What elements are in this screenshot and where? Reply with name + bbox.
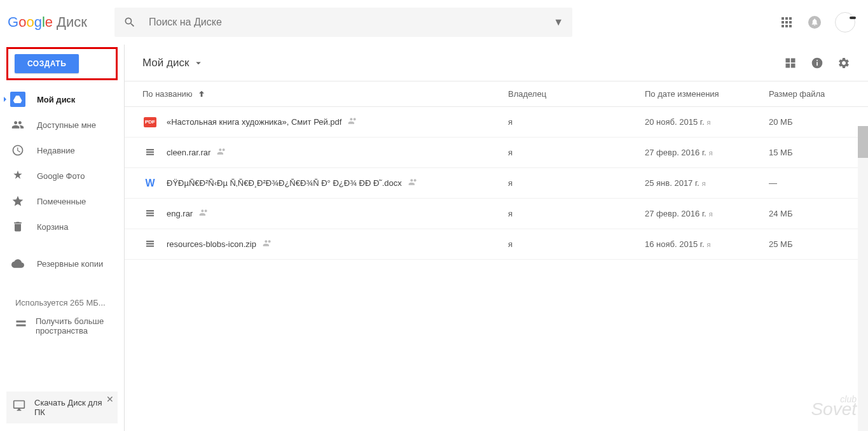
file-owner: я [508,209,645,218]
sidebar-item-shared[interactable]: Доступные мне [0,112,124,138]
file-name: ÐŸÐµÑ€Ð²Ñ‹Ðµ Ñ‚Ñ€Ð¸Ð²Ð¾Ð¿Ñ€Ð¾Ñ Ð° Ð¿Ð¾ Ð… [167,178,402,188]
create-button[interactable]: СОЗДАТЬ [15,54,79,73]
pdf-icon: PDF [142,115,158,130]
archive-icon [142,206,158,222]
sidebar: СОЗДАТЬ Мой диск Доступные мне Недавние … [0,45,124,431]
file-modified: 20 нояб. 2015 г.я [645,117,769,127]
product-name: Диск [57,14,87,31]
file-modified: 16 нояб. 2015 г.я [645,239,769,249]
storage-usage: Используется 265 МБ... [0,289,124,313]
cloud-icon [10,256,25,271]
upgrade-storage[interactable]: Получить больше пространства [0,313,124,339]
clock-icon [10,143,25,158]
breadcrumb-label: Мой диск [142,57,189,69]
col-header-owner[interactable]: Владелец [508,89,645,99]
file-size: — [769,178,850,188]
nav-list: Мой диск Доступные мне Недавние Google Ф… [0,87,124,276]
search-bar[interactable]: ▼ [114,8,572,37]
toolbar: Мой диск [125,45,868,81]
col-header-modified[interactable]: По дате изменения [645,89,769,99]
download-label: Скачать Диск для ПК [34,398,111,417]
table-row[interactable]: WÐŸÐµÑ€Ð²Ñ‹Ðµ Ñ‚Ñ€Ð¸Ð²Ð¾Ð¿Ñ€Ð¾Ñ Ð° Ð¿Ð¾ … [125,168,868,199]
header: Google Диск ▼ [0,0,868,45]
col-header-name[interactable]: По названию [142,89,508,99]
storage-icon [15,318,27,329]
file-size: 24 МБ [769,209,850,218]
apps-icon[interactable] [779,15,794,30]
bell-icon[interactable] [807,15,822,30]
svg-rect-2 [816,62,818,66]
sidebar-item-trash[interactable]: Корзина [0,214,124,239]
sidebar-item-label: Доступные мне [37,120,96,130]
file-size: 25 МБ [769,239,850,249]
sidebar-item-label: Google Фото [37,171,85,181]
grid-view-icon[interactable] [784,57,797,69]
shared-icon [217,146,227,159]
avatar[interactable] [835,12,855,32]
sidebar-item-my-drive[interactable]: Мой диск [0,87,124,112]
file-modified: 27 февр. 2016 г.я [645,209,769,218]
logo[interactable]: Google Диск [8,14,114,31]
info-icon[interactable] [811,57,823,69]
chevron-down-icon [193,57,204,69]
gear-icon[interactable] [837,57,850,69]
archive-icon [142,237,158,252]
shared-icon [408,177,418,189]
drive-icon [10,92,25,107]
desktop-icon [13,399,25,412]
sidebar-item-label: Недавние [37,146,75,155]
file-owner: я [508,117,645,127]
col-header-size[interactable]: Размер файла [769,89,850,99]
sidebar-item-backups[interactable]: Резервные копии [0,251,124,276]
shared-icon [263,238,273,250]
sidebar-item-label: Мой диск [37,95,75,104]
file-name: resources-blobs-icon.zip [167,239,256,249]
sidebar-item-starred[interactable]: Помеченные [0,188,124,214]
sidebar-item-photos[interactable]: Google Фото [0,163,124,188]
search-icon [123,16,136,29]
upgrade-label: Получить больше пространства [36,316,109,336]
table-row[interactable]: cleen.rar.rar я 27 февр. 2016 г.я 15 МБ [125,138,868,168]
table-row[interactable]: PDF«Настольная книга художника», Смит Ре… [125,107,868,138]
file-size: 15 МБ [769,148,850,157]
sidebar-item-label: Резервные копии [37,259,103,269]
column-headers: По названию Владелец По дате изменения Р… [125,81,868,107]
photos-icon [10,168,25,183]
file-owner: я [508,148,645,157]
expand-icon[interactable] [4,97,6,102]
word-icon: W [142,176,158,191]
create-button-highlight: СОЗДАТЬ [6,47,118,80]
main-content: Мой диск По названию Владелец По дате из… [124,45,868,431]
file-name: «Настольная книга художника», Смит Рей.p… [167,117,341,127]
scroll-thumb[interactable] [858,126,868,158]
arrow-up-icon [196,89,207,99]
file-modified: 25 янв. 2017 г.я [645,178,769,188]
download-desktop-box[interactable]: Скачать Диск для ПК ✕ [6,392,118,423]
scrollbar[interactable] [858,126,868,431]
sidebar-item-label: Помеченные [37,197,86,206]
header-actions [779,12,855,32]
search-input[interactable] [149,17,553,28]
archive-icon [142,145,158,160]
file-list: PDF«Настольная книга художника», Смит Ре… [125,107,868,260]
table-row[interactable]: resources-blobs-icon.zip я 16 нояб. 2015… [125,229,868,260]
file-name: eng.rar [167,209,193,218]
toolbar-actions [784,57,850,69]
table-row[interactable]: eng.rar я 27 февр. 2016 г.я 24 МБ [125,199,868,229]
file-owner: я [508,178,645,188]
breadcrumb[interactable]: Мой диск [142,57,204,69]
star-icon [10,194,25,209]
file-size: 20 МБ [769,117,850,127]
google-logo: Google [8,14,53,31]
sidebar-item-label: Корзина [37,222,69,232]
sidebar-item-recent[interactable]: Недавние [0,138,124,163]
file-name: cleen.rar.rar [167,148,210,157]
shared-icon [199,208,209,220]
people-icon [10,117,25,132]
close-icon[interactable]: ✕ [106,394,114,404]
trash-icon [10,219,25,234]
file-modified: 27 февр. 2016 г.я [645,148,769,157]
search-dropdown-icon[interactable]: ▼ [553,17,563,28]
shared-icon [348,116,358,128]
svg-rect-3 [816,60,818,61]
